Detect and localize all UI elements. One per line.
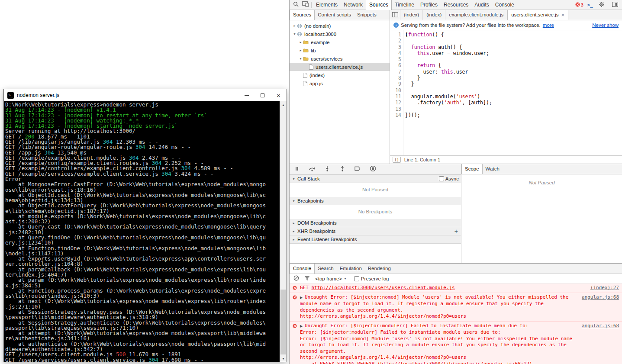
event-listener-breakpoints-title: Event Listener Breakpoints	[297, 237, 357, 242]
debug-tab-watch[interactable]: Watch	[483, 164, 503, 174]
editor-tab-example-client-module-js[interactable]: example.client.module.js	[445, 10, 507, 20]
search-icon	[293, 1, 299, 8]
console-message-line: http://errors.angularjs.org/1.4.4/$injec…	[300, 313, 577, 320]
add-xhr-breakpoint-button[interactable]: +	[454, 227, 458, 235]
tree-item-lib[interactable]: ▸lib	[290, 46, 390, 55]
folder-icon	[303, 40, 309, 45]
console-filter-bar: <top frame> ▼ Preserve log	[290, 274, 622, 283]
drawer-tab-rendering[interactable]: Rendering	[365, 264, 394, 274]
message-location-link[interactable]: (index):27	[590, 285, 619, 291]
scroll-down-icon[interactable]: ▼	[280, 355, 287, 362]
tree-item-app-js[interactable]: app.js	[290, 79, 390, 87]
hide-navigator-button[interactable]	[390, 10, 400, 20]
panel-tab-label: Profiles	[420, 2, 438, 8]
scrollbar-thumb[interactable]	[280, 290, 286, 354]
step-out-button[interactable]	[338, 164, 347, 174]
panel-tab-elements[interactable]: Elements	[313, 0, 341, 10]
file-icon	[309, 64, 313, 70]
close-button[interactable]: ×	[271, 89, 287, 101]
maximize-button[interactable]	[255, 89, 271, 101]
panel-tab-sources[interactable]: Sources	[366, 0, 392, 10]
close-icon: ×	[277, 92, 280, 99]
expand-triangle-icon[interactable]: ▶	[300, 323, 305, 330]
clear-console-button[interactable]	[292, 275, 300, 283]
debug-tab-scope[interactable]: Scope	[461, 164, 483, 174]
panel-tab-profiles[interactable]: Profiles	[417, 0, 441, 10]
dom-breakpoints-header[interactable]: ▸ DOM Breakpoints	[290, 219, 461, 227]
code-content: (function() { function auth() { this.use…	[403, 30, 492, 155]
chevron-right-icon[interactable]: ▸	[298, 48, 303, 52]
drawer-tab-search[interactable]: Search	[315, 264, 336, 274]
editor-tabs: (index)(index)example.client.module.jsus…	[400, 10, 568, 20]
chevron-right-icon[interactable]: ▸	[298, 40, 303, 44]
drawer-tab-label: Search	[318, 264, 333, 274]
navigator-tab-content-scripts[interactable]: Content scripts	[315, 10, 354, 20]
tree-item-index[interactable]: (index)	[290, 71, 390, 79]
device-mode-button[interactable]	[300, 0, 310, 10]
message-location-link[interactable]: angular.js:68	[582, 294, 619, 301]
pause-button[interactable]	[292, 164, 302, 174]
panel-tab-audits[interactable]: Audits	[471, 0, 492, 10]
line-number: 10	[390, 87, 401, 93]
tree-item-example[interactable]: ▸example	[290, 38, 390, 46]
clear-console-icon	[293, 275, 299, 282]
dock-side-button[interactable]	[610, 0, 620, 10]
call-stack-header[interactable]: ▾ Call Stack Async	[290, 175, 461, 183]
tree-item-users-services[interactable]: ▾users/services	[290, 55, 390, 63]
minimize-button[interactable]	[238, 89, 255, 101]
event-listener-breakpoints-header[interactable]: ▸ Event Listener Breakpoints	[290, 235, 461, 244]
preserve-log-checkbox[interactable]	[354, 276, 359, 281]
pause-on-exceptions-button[interactable]	[368, 164, 377, 174]
drawer-tab-console[interactable]: Console	[290, 264, 315, 274]
step-over-button[interactable]	[307, 164, 317, 174]
navigator-tab-snippets[interactable]: Snippets	[354, 10, 380, 20]
funnel-icon	[304, 276, 310, 282]
close-tab-icon[interactable]: ×	[561, 12, 565, 18]
editor-tab-index[interactable]: (index)	[423, 10, 445, 20]
settings-button[interactable]	[597, 0, 606, 10]
tree-item-users-client-service-js[interactable]: users.client.service.js	[290, 63, 390, 71]
frame-selector[interactable]: <top frame> ▼	[315, 276, 347, 281]
console-text: Uncaught Error: [$injector:modulerr] Fai…	[305, 323, 529, 329]
message-location-link[interactable]: angular.js:68	[582, 323, 619, 329]
step-into-button[interactable]	[322, 164, 332, 174]
console-link[interactable]: http://localhost:3000/users/users.client…	[312, 285, 455, 290]
pretty-print-button[interactable]: {}	[393, 157, 401, 163]
console-message: ▶Uncaught Error: [$injector:modulerr] Fa…	[290, 322, 622, 364]
deactivate-breakpoints-button[interactable]	[353, 164, 362, 174]
error-count-badge[interactable]: 3	[575, 2, 583, 8]
panel-tab-resources[interactable]: Resources	[441, 0, 471, 10]
cursor-position: Line 1, Column 1	[404, 157, 440, 162]
panel-tab-console[interactable]: Console	[492, 0, 517, 10]
panel-tab-network[interactable]: Network	[341, 0, 366, 10]
drawer-tab-emulation[interactable]: Emulation	[337, 264, 365, 274]
terminal-titlebar[interactable]: >_ nodemon server.js ×	[4, 89, 287, 101]
panel-tab-timeline[interactable]: Timeline	[392, 0, 417, 10]
filter-button[interactable]	[303, 275, 311, 283]
inspect-search-button[interactable]	[291, 0, 300, 10]
scroll-up-icon[interactable]: ▲	[280, 101, 287, 108]
infobar-more-link[interactable]: more	[543, 23, 554, 28]
navigator-tab-sources[interactable]: Sources	[290, 10, 315, 20]
expand-triangle-icon[interactable]: ▶	[300, 295, 305, 301]
xhr-breakpoints-header[interactable]: ▸ XHR Breakpoints +	[290, 227, 461, 235]
console-message-line: http://errors.angularjs.org/1.4.4/$injec…	[300, 354, 577, 361]
code-line: (function() {	[405, 32, 492, 38]
line-number: 14	[390, 112, 401, 118]
terminal-scrollbar[interactable]: ▲ ▼	[280, 101, 287, 362]
tree-item-no-domain[interactable]: ▸(no domain)	[290, 22, 390, 30]
terminal-line: at next (D:\Work\Web\tutorials\express\n…	[5, 299, 280, 304]
chevron-down-icon[interactable]: ▾	[292, 32, 297, 36]
code-editor[interactable]: 1234567891011121314 (function() { functi…	[390, 30, 622, 155]
tree-item-localhost-3000[interactable]: ▾localhost:3000	[290, 30, 390, 38]
console-drawer-toggle[interactable]: >_	[587, 2, 593, 8]
editor-tab-index[interactable]: (index)	[400, 10, 423, 20]
breakpoints-header[interactable]: ▾ Breakpoints	[290, 197, 461, 205]
async-checkbox[interactable]	[439, 176, 444, 181]
console-link[interactable]: http://localhost:3000/lib/angularjs/angu…	[380, 361, 529, 364]
chevron-down-icon[interactable]: ▾	[298, 57, 303, 61]
chevron-right-icon[interactable]: ▸	[292, 24, 297, 28]
editor-tab-users-client-service-js[interactable]: users.client.service.js×	[507, 10, 568, 20]
never-show-link[interactable]: Never show	[592, 23, 619, 28]
panel-tab-label: Network	[344, 2, 363, 8]
